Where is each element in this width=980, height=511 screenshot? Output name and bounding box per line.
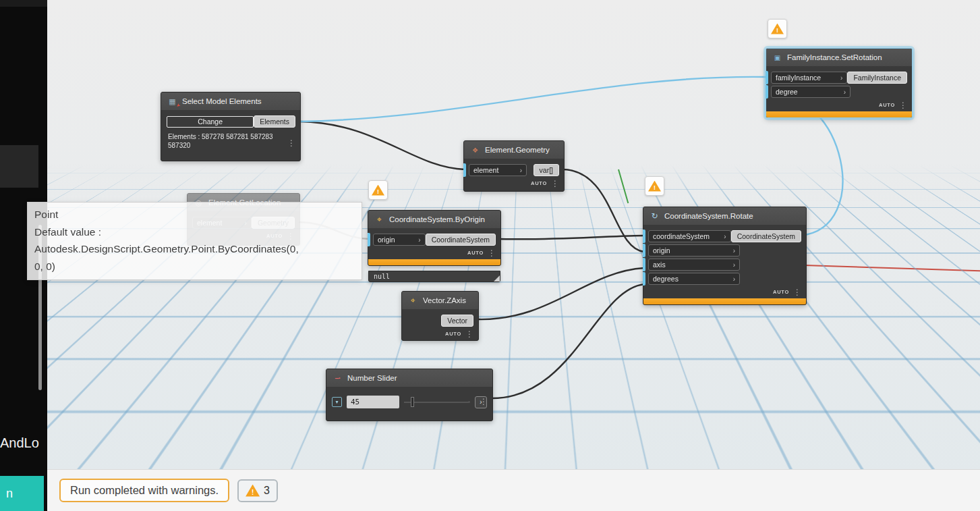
node-menu-icon[interactable]: ⋮ <box>551 180 559 188</box>
sidebar-partial-text: AndLo <box>0 435 39 451</box>
select-elements-icon: ▦ ➤ <box>167 97 177 106</box>
node-element-geometry[interactable]: ❖ Element.Geometry element › var[] AUTO … <box>463 140 565 192</box>
output-port-coordinatesystem[interactable]: CoordinateSystem <box>426 234 496 246</box>
node-header[interactable]: ↻ CoordinateSystem.Rotate <box>643 207 806 225</box>
port-connected-marker <box>643 272 645 286</box>
slider-value-input[interactable] <box>347 396 399 408</box>
node-number-slider[interactable]: –· Number Slider ▾ › ⋮ <box>326 369 493 421</box>
chevron-icon: › <box>733 261 735 269</box>
chevron-icon: › <box>418 236 420 244</box>
input-port-coordinatesystem[interactable]: coordinateSystem › <box>648 230 731 242</box>
default-value-tooltip: Point Default value : Autodesk.DesignScr… <box>27 202 362 280</box>
node-menu-icon[interactable]: ⋮ <box>793 288 801 296</box>
node-coordinatesystem-byorigin[interactable]: ⌖ CoordinateSystem.ByOrigin origin › Coo… <box>368 210 501 266</box>
warning-triangle-icon: ! <box>246 485 260 497</box>
node-warning-icon[interactable]: ! <box>645 176 664 196</box>
port-connected-marker <box>643 230 645 243</box>
change-button[interactable]: Change <box>167 116 254 128</box>
wire-elements-to-elementgeometry[interactable] <box>299 122 465 169</box>
tooltip-line: Autodesk.DesignScript.Geometry.Point.ByC… <box>34 240 355 258</box>
node-header[interactable]: ⌖ CoordinateSystem.ByOrigin <box>368 211 500 228</box>
lacing-label: AUTO <box>879 102 895 108</box>
panel-section <box>0 0 47 7</box>
warning-state-bar <box>643 298 806 304</box>
lacing-label: AUTO <box>531 180 547 186</box>
node-menu-icon[interactable]: ⋮ <box>899 101 907 109</box>
node-title: Number Slider <box>347 374 397 382</box>
node-header[interactable]: ▦ ➤ Select Model Elements <box>161 92 300 110</box>
port-connected-marker <box>368 233 370 246</box>
node-header[interactable]: –· Number Slider <box>326 369 492 387</box>
run-status-message: Run completed with warnings. <box>59 479 229 502</box>
coordinate-axes-icon: ⌖ <box>374 215 384 224</box>
lacing-label: AUTO <box>445 331 461 337</box>
node-title: Select Model Elements <box>182 97 262 105</box>
port-connected-marker <box>643 258 645 271</box>
output-port-var[interactable]: var[] <box>534 164 559 176</box>
node-header[interactable]: ⌖ Vector.ZAxis <box>402 292 478 309</box>
setrotation-icon: ▣ <box>772 54 782 61</box>
preview-resize-handle[interactable] <box>494 275 500 281</box>
chevron-icon: › <box>520 167 522 174</box>
lacing-label: AUTO <box>773 289 789 295</box>
node-title: Element.Geometry <box>485 146 550 154</box>
number-slider-icon: –· <box>333 374 343 382</box>
node-vector-zaxis[interactable]: ⌖ Vector.ZAxis Vector AUTO ⋮ <box>401 291 479 341</box>
node-familyinstance-setrotation[interactable]: ▣ FamilyInstance.SetRotation familyInsta… <box>766 48 913 118</box>
tooltip-line: Point <box>34 206 355 223</box>
node-title: CoordinateSystem.Rotate <box>664 212 753 220</box>
warning-state-bar <box>368 259 500 265</box>
port-connected-marker <box>766 71 768 84</box>
input-port-familyinstance[interactable]: familyInstance › <box>771 72 847 84</box>
warning-triangle-icon: ! <box>771 24 784 34</box>
port-connected-marker <box>463 163 466 177</box>
input-port-origin[interactable]: origin › <box>648 244 740 257</box>
chevron-icon: › <box>840 74 842 82</box>
node-menu-icon[interactable]: ⋮ <box>488 249 496 257</box>
rotate-icon: ↻ <box>650 211 660 221</box>
status-bar: Run completed with warnings. ! 3 <box>47 469 980 511</box>
warnings-count-badge[interactable]: ! 3 <box>237 479 278 502</box>
preview-bubble[interactable]: null <box>368 271 500 282</box>
tooltip-line: Default value : <box>34 223 355 241</box>
input-port-origin[interactable]: origin › <box>373 234 426 246</box>
chevron-icon: › <box>733 247 735 254</box>
slider-expander-button[interactable]: ▾ <box>332 397 342 407</box>
warning-count: 3 <box>264 485 270 497</box>
input-port-degree[interactable]: degree › <box>771 86 851 98</box>
node-warning-icon[interactable]: ! <box>768 19 787 38</box>
node-title: CoordinateSystem.ByOrigin <box>389 215 485 223</box>
selected-elements-values: Elements : 587278 587281 587283 587320 <box>161 130 300 150</box>
output-port-familyinstance[interactable]: FamilyInstance <box>847 72 907 84</box>
panel-section <box>0 145 38 188</box>
input-port-degrees[interactable]: degrees › <box>648 273 740 285</box>
port-connected-marker <box>643 244 645 257</box>
node-header[interactable]: ❖ Element.Geometry <box>464 141 564 159</box>
node-select-model-elements[interactable]: ▦ ➤ Select Model Elements Change Element… <box>161 92 301 161</box>
input-port-element[interactable]: element › <box>469 164 527 176</box>
output-port-vector[interactable]: Vector <box>441 315 473 327</box>
input-port-axis[interactable]: axis › <box>648 259 740 271</box>
node-title: FamilyInstance.SetRotation <box>787 53 882 61</box>
node-warning-icon[interactable]: ! <box>368 180 388 200</box>
slider-handle[interactable] <box>411 397 414 407</box>
node-coordinatesystem-rotate[interactable]: ↻ CoordinateSystem.Rotate coordinateSyst… <box>643 207 807 305</box>
node-menu-icon[interactable]: ⋮ <box>480 398 488 406</box>
warning-triangle-icon: ! <box>648 181 661 192</box>
node-menu-icon[interactable]: ⋮ <box>287 139 295 147</box>
vector-axes-icon: ⌖ <box>408 296 418 305</box>
tooltip-line: 0, 0) <box>34 258 355 275</box>
lacing-label: AUTO <box>467 250 484 256</box>
output-port-elements[interactable]: Elements <box>254 115 295 128</box>
node-header[interactable]: ▣ FamilyInstance.SetRotation <box>766 49 912 66</box>
output-port-coordinatesystem[interactable]: CoordinateSystem <box>731 230 801 242</box>
warning-triangle-icon: ! <box>372 185 384 196</box>
slider-track[interactable] <box>404 396 470 408</box>
node-menu-icon[interactable]: ⋮ <box>465 330 473 338</box>
chevron-icon: › <box>724 233 726 240</box>
sidebar-teal-button[interactable]: n <box>0 476 44 511</box>
chevron-icon: › <box>733 275 735 283</box>
chevron-icon: › <box>844 88 846 96</box>
wire-elements-to-setrotation[interactable] <box>299 77 767 122</box>
port-connected-marker <box>766 85 768 99</box>
